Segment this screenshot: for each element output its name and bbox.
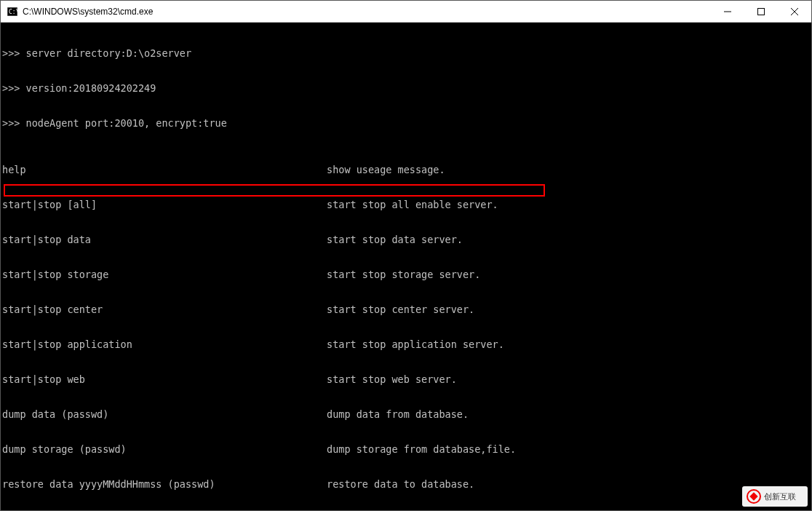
help-row: dump storage (passwd)dump storage from d… <box>2 443 811 455</box>
highlight-annotation <box>4 184 545 197</box>
help-row: start|stop storagestart stop storage ser… <box>2 269 811 280</box>
prompt-line: >>> server directory:D:\o2server <box>2 47 811 59</box>
titlebar[interactable]: C:\ C:\WINDOWS\system32\cmd.exe <box>1 1 811 23</box>
help-row: start|stop centerstart stop center serve… <box>2 304 811 315</box>
cmd-icon: C:\ <box>7 6 18 17</box>
watermark-text: 创新互联 <box>764 491 796 502</box>
console-area: >>> server directory:D:\o2server >>> ver… <box>1 23 811 510</box>
svg-text:C:\: C:\ <box>9 9 17 15</box>
close-button[interactable] <box>778 1 811 22</box>
help-row: start|stop webstart stop web server. <box>2 373 811 385</box>
maximize-button[interactable] <box>744 1 778 22</box>
help-row: start|stop applicationstart stop applica… <box>2 338 811 350</box>
help-row-highlighted: restore data yyyyMMddHHmmss (passwd)rest… <box>2 478 811 490</box>
help-row: helpshow useage message. <box>2 164 811 175</box>
watermark-logo-icon <box>747 489 761 504</box>
svg-rect-3 <box>758 8 765 15</box>
window-controls <box>711 1 811 22</box>
help-row: dump data (passwd)dump data from databas… <box>2 408 811 420</box>
prompt-line: >>> nodeAgent port:20010, encrypt:true <box>2 117 811 129</box>
cmd-window: C:\ C:\WINDOWS\system32\cmd.exe >>> serv… <box>0 0 812 511</box>
help-row: start|stop datastart stop data server. <box>2 234 811 245</box>
prompt-line: >>> version:20180924202249 <box>2 82 811 94</box>
watermark: 创新互联 <box>742 486 808 507</box>
console-output[interactable]: >>> server directory:D:\o2server >>> ver… <box>1 23 811 510</box>
minimize-button[interactable] <box>711 1 744 22</box>
window-title: C:\WINDOWS\system32\cmd.exe <box>23 7 711 17</box>
help-row: start|stop [all]start stop all enable se… <box>2 199 811 210</box>
